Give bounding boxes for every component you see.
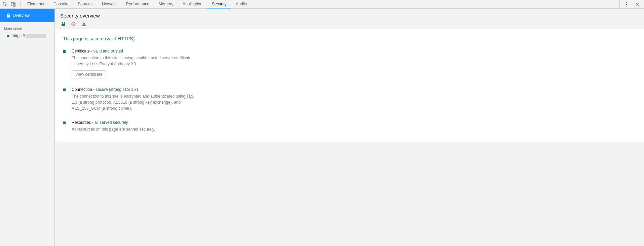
connection-row: Connection - secure (strong TLS 1.3) The… <box>55 85 263 113</box>
svg-point-5 <box>626 5 627 6</box>
empty-area <box>55 142 644 246</box>
devtools-toolbar: Elements Console Sources Network Perform… <box>0 0 644 9</box>
sidebar-section-main-origin: Main origin <box>0 22 54 32</box>
close-icon[interactable] <box>634 1 641 8</box>
secure-indicator-icon <box>63 89 66 91</box>
status-icon-row <box>60 19 639 29</box>
tab-performance[interactable]: Performance <box>121 0 154 8</box>
security-main: Security overview This page is secure (v… <box>54 9 644 246</box>
sidebar-overview[interactable]: Overview <box>0 9 54 22</box>
svg-point-9 <box>73 23 74 23</box>
svg-rect-1 <box>11 2 14 6</box>
device-toggle-icon[interactable] <box>10 1 17 8</box>
inspect-icon[interactable] <box>2 1 9 8</box>
lock-icon <box>7 13 10 17</box>
svg-point-3 <box>626 2 627 3</box>
secure-indicator-icon <box>7 35 9 37</box>
more-icon[interactable] <box>623 1 630 8</box>
secure-indicator-icon <box>63 50 66 53</box>
tab-memory[interactable]: Memory <box>154 0 178 8</box>
svg-point-4 <box>626 4 627 5</box>
sidebar-origin-item[interactable]: https:// <box>0 32 54 40</box>
resources-title: Resources - all served securely <box>72 120 263 125</box>
certificate-desc: The connection to this site is using a v… <box>72 55 199 67</box>
view-certificate-button[interactable]: View certificate <box>72 70 106 78</box>
certificate-title: Certificate - valid and trusted <box>72 49 263 54</box>
tab-security[interactable]: Security <box>207 0 231 8</box>
secure-indicator-icon <box>63 121 66 124</box>
resources-row: Resources - all served securely All reso… <box>55 118 263 134</box>
origin-url-prefix: https:// <box>13 34 25 38</box>
active-status-caret <box>60 27 65 29</box>
security-headline: This page is secure (valid HTTPS). <box>55 35 644 47</box>
resources-desc: All resources on this page are served se… <box>72 126 199 132</box>
svg-rect-7 <box>62 24 65 26</box>
connection-title: Connection - secure (strong TLS 1.3) <box>72 87 263 92</box>
security-sidebar: Overview Main origin https:// <box>0 9 54 246</box>
info-icon[interactable] <box>71 22 76 26</box>
security-content: This page is secure (valid HTTPS). Certi… <box>55 29 644 142</box>
svg-rect-6 <box>7 15 10 17</box>
tab-elements[interactable]: Elements <box>23 0 49 8</box>
tab-sources[interactable]: Sources <box>73 0 97 8</box>
tab-application[interactable]: Application <box>178 0 207 8</box>
devtools-tabs: Elements Console Sources Network Perform… <box>23 0 252 8</box>
page-title: Security overview <box>60 13 639 19</box>
toolbar-divider <box>20 2 21 7</box>
secure-lock-icon[interactable] <box>62 22 65 26</box>
tab-audits[interactable]: Audits <box>231 0 252 8</box>
warning-icon[interactable] <box>82 22 86 26</box>
origin-url-redacted <box>26 34 46 38</box>
sidebar-overview-label: Overview <box>13 13 30 18</box>
tab-network[interactable]: Network <box>97 0 121 8</box>
connection-desc: The connection to this site is encrypted… <box>72 93 199 111</box>
certificate-row: Certificate - valid and trusted The conn… <box>55 47 263 80</box>
tab-console[interactable]: Console <box>49 0 73 8</box>
